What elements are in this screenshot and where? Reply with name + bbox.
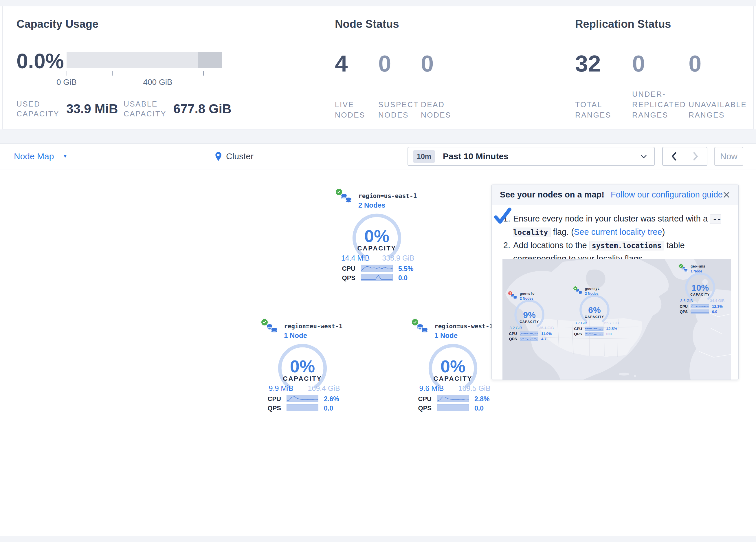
tick-label-400: 400 GiB bbox=[135, 78, 181, 87]
check-icon bbox=[337, 190, 341, 194]
capacity-used-value: 3.2 GiB bbox=[498, 326, 533, 330]
stat-item: 0 UNDER- REPLICATED RANGES bbox=[632, 52, 689, 120]
tick-mark bbox=[203, 71, 204, 76]
stat-item: 0 DEAD NODES bbox=[421, 52, 467, 120]
cpu-sparkline bbox=[361, 264, 393, 272]
panel-title: See your nodes on a map! bbox=[500, 190, 604, 199]
locality-name: geo=sfo bbox=[520, 292, 535, 296]
check-icon bbox=[574, 287, 577, 290]
status-ok-badge bbox=[261, 319, 268, 326]
status-ok-badge bbox=[335, 188, 343, 196]
stat-label: UNAVAILABLE RANGES bbox=[689, 99, 756, 120]
capacity-total-value: 169.4 GiB bbox=[296, 384, 351, 393]
qps-sparkline bbox=[691, 310, 709, 314]
cpu-label: CPU bbox=[404, 395, 432, 403]
status-ok-badge bbox=[411, 319, 419, 326]
breadcrumb[interactable]: Cluster bbox=[215, 144, 254, 169]
cpu-value: 12.3% bbox=[712, 304, 723, 309]
database-icon bbox=[266, 323, 279, 335]
map-setup-panel-body: 1. Ensure every node in your cluster was… bbox=[492, 205, 738, 265]
cpu-label: CPU bbox=[502, 332, 517, 336]
qps-label: QPS bbox=[253, 405, 281, 412]
inline-link[interactable]: See current locality tree bbox=[574, 227, 662, 236]
usable-capacity-value: 677.8 GiB bbox=[173, 102, 232, 116]
locality-nodes-link[interactable]: 1 Node bbox=[434, 332, 458, 340]
check-icon bbox=[262, 320, 267, 324]
qps-metric-row: QPS 0.0 bbox=[392, 405, 525, 412]
qps-metric-row: QPS 0.0 bbox=[669, 310, 735, 314]
database-icon bbox=[416, 323, 430, 335]
cpu-sparkline bbox=[520, 332, 538, 336]
node-map-page: Capacity Usage 0.0% 0 GiB 400 GiB USED C… bbox=[0, 0, 756, 542]
replication-status-section: Replication Status 32 TOTAL RANGES 0 UND… bbox=[575, 6, 755, 129]
capacity-bar-track bbox=[67, 52, 222, 68]
status-warning-badge: 1 bbox=[508, 291, 513, 296]
setup-step: 1. Ensure every node in your cluster was… bbox=[499, 212, 729, 239]
mini-locality-card: geo=ams 1 Node 10% CAPACITY 3.6 GiB 34.4… bbox=[669, 262, 735, 314]
locality-card: region=eu-west-1 1 Node 0% CAPACITY 9.9 … bbox=[242, 317, 375, 416]
qps-metric-row: QPS 0.0 bbox=[563, 332, 630, 336]
capacity-percent: 10% bbox=[684, 283, 716, 293]
cpu-metric-row: CPU 42.5% bbox=[563, 327, 630, 331]
locality-card: region=us-east-1 2 Nodes 0% CAPACITY 14.… bbox=[316, 187, 449, 285]
capacity-percent: 6% bbox=[578, 305, 611, 315]
tick-mark bbox=[112, 71, 113, 76]
view-selector-label: Node Map bbox=[14, 151, 54, 161]
step-text: ) bbox=[662, 227, 665, 236]
capacity-total-value: 338.9 GiB bbox=[371, 254, 426, 262]
qps-sparkline bbox=[437, 404, 469, 411]
qps-label: QPS bbox=[502, 337, 517, 341]
time-back-button[interactable] bbox=[663, 147, 685, 165]
stat-value: 4 bbox=[335, 52, 378, 75]
stat-value: 0 bbox=[632, 52, 689, 75]
time-range-badge: 10m bbox=[413, 150, 435, 163]
node-status-section: Node Status 4 LIVE NODES 0 SUSPECT NODES… bbox=[335, 6, 561, 129]
view-selector-dropdown[interactable]: Node Map ▼ bbox=[14, 144, 67, 169]
time-range-select[interactable]: 10m Past 10 Minutes bbox=[408, 147, 655, 166]
configuration-guide-link[interactable]: Follow our configuration guide bbox=[611, 190, 723, 199]
capacity-bar: 0 GiB 400 GiB bbox=[67, 52, 222, 68]
page-bottom-strip bbox=[0, 536, 756, 542]
qps-value: 0.0 bbox=[398, 274, 408, 282]
check-icon bbox=[680, 264, 682, 267]
breadcrumb-label: Cluster bbox=[226, 151, 254, 161]
blue-check-icon bbox=[494, 207, 511, 225]
view-toolbar: Node Map ▼ Cluster 10m Past 10 Minutes bbox=[0, 143, 756, 169]
tick-mark bbox=[67, 71, 67, 76]
time-pager bbox=[662, 147, 707, 166]
check-icon bbox=[413, 320, 417, 324]
chevron-right-icon bbox=[693, 152, 698, 161]
node-status-items: 4 LIVE NODES 0 SUSPECT NODES 0 DEAD NODE… bbox=[335, 52, 467, 120]
locality-nodes-link[interactable]: 1 Node bbox=[284, 332, 307, 340]
stat-value: 32 bbox=[575, 52, 632, 75]
capacity-percent: 0% bbox=[274, 357, 331, 376]
capacity-percent: 0% bbox=[348, 226, 406, 246]
capacity-caption: CAPACITY bbox=[684, 293, 716, 296]
capacity-percent: 9% bbox=[513, 310, 546, 320]
cpu-metric-row: CPU 2.8% bbox=[392, 395, 525, 402]
qps-label: QPS bbox=[567, 332, 582, 336]
section-gap bbox=[0, 129, 756, 143]
warning-count: 1 bbox=[509, 292, 511, 295]
cpu-metric-row: CPU 2.6% bbox=[242, 395, 375, 402]
qps-sparkline bbox=[520, 337, 538, 341]
stat-item: 0 SUSPECT NODES bbox=[378, 52, 421, 120]
locality-nodes-link[interactable]: 2 Nodes bbox=[358, 201, 385, 209]
qps-sparkline bbox=[287, 404, 318, 411]
qps-label: QPS bbox=[328, 274, 355, 282]
cpu-label: CPU bbox=[328, 265, 355, 273]
mini-locality-card: geo=nyc 2 Nodes 6% CAPACITY 3.7 GiB 65.7… bbox=[563, 284, 630, 337]
cpu-value: 11.0% bbox=[541, 332, 552, 336]
used-capacity-label: USED CAPACITY bbox=[16, 99, 60, 119]
capacity-caption: CAPACITY bbox=[348, 245, 406, 252]
time-forward-button[interactable] bbox=[685, 147, 707, 165]
database-icon bbox=[340, 192, 354, 205]
close-icon[interactable] bbox=[723, 191, 730, 198]
locality-name: region=us-east-1 bbox=[358, 192, 417, 199]
replication-status-title: Replication Status bbox=[575, 18, 671, 30]
now-button[interactable]: Now bbox=[714, 147, 743, 166]
cpu-sparkline bbox=[287, 395, 318, 402]
cluster-summary-bar: Capacity Usage 0.0% 0 GiB 400 GiB USED C… bbox=[2, 6, 754, 129]
qps-value: 0.0 bbox=[712, 310, 717, 314]
used-capacity-value: 33.9 MiB bbox=[66, 102, 118, 116]
